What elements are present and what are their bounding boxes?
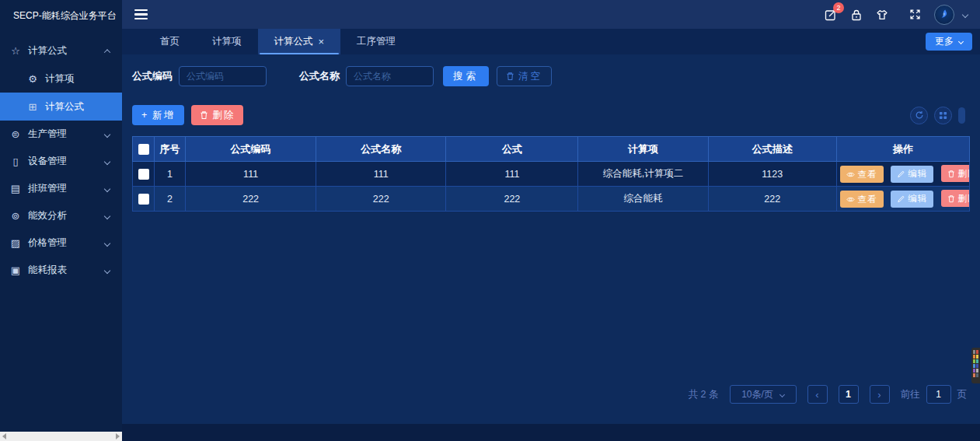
- add-button-label: 新增: [152, 109, 175, 122]
- delete-button-label: 删除: [212, 109, 235, 122]
- table-header-row: 序号 公式编码 公式名称 公式 计算项 公式描述 操作: [133, 137, 970, 162]
- eye-icon: [846, 196, 855, 203]
- gear-icon: ⚙: [26, 73, 39, 85]
- column-header-index: 序号: [155, 137, 186, 162]
- sidebar-item-device[interactable]: ▯ 设备管理: [0, 148, 122, 175]
- cell-item: 综合能耗: [578, 187, 708, 212]
- scrollbar-right-arrow[interactable]: [116, 433, 120, 439]
- grid-icon: ⊞: [26, 101, 39, 113]
- scrollbar-left-arrow[interactable]: [2, 433, 6, 439]
- edit-button-label: 编辑: [908, 193, 927, 205]
- column-header-desc: 公式描述: [708, 137, 836, 162]
- cell-desc: 222: [708, 187, 836, 212]
- tabbar: 首页 计算项 计算公式 × 工序管理 更多: [122, 29, 980, 54]
- sidebar-menu: ☆ 计算公式 ⚙ 计算项 ⊞ 计算公式 ⊜ 生产管理 ▯ 设备管理: [0, 31, 122, 284]
- sidebar-item-calc-item[interactable]: ⚙ 计算项: [0, 65, 122, 93]
- sidebar-item-report[interactable]: ▣ 能耗报表: [0, 257, 122, 284]
- tab-label: 工序管理: [357, 35, 396, 48]
- sidebar-item-calc-formula[interactable]: ⊞ 计算公式: [0, 93, 122, 121]
- edit-button[interactable]: 编辑: [891, 191, 933, 208]
- table-row: 2 222 222 222 综合能耗 222 查看: [133, 187, 970, 212]
- tab-home[interactable]: 首页: [144, 29, 196, 54]
- topbar: 2: [122, 0, 980, 29]
- main-area: 2: [122, 0, 980, 441]
- search-button[interactable]: 搜索: [443, 66, 489, 86]
- price-icon: ▨: [9, 237, 22, 249]
- view-button[interactable]: 查看: [840, 191, 884, 208]
- sidebar-item-label: 生产管理: [28, 128, 67, 141]
- toolbar-scroll-pill: [958, 107, 965, 124]
- total-count-label: 共 2 条: [689, 388, 719, 401]
- chevron-down-icon[interactable]: [962, 11, 968, 17]
- close-icon[interactable]: ×: [319, 37, 325, 47]
- cell-name: 111: [316, 162, 446, 187]
- more-button-label: 更多: [935, 35, 954, 48]
- clear-button[interactable]: 清空: [497, 66, 552, 86]
- clear-trash-icon: [506, 72, 514, 81]
- next-page-button[interactable]: ›: [870, 385, 890, 404]
- trash-icon: [947, 194, 955, 203]
- column-header-item: 计算项: [578, 137, 708, 162]
- formula-name-label: 公式名称: [299, 69, 340, 83]
- sidebar-item-production[interactable]: ⊜ 生产管理: [0, 121, 122, 148]
- tab-label: 计算公式: [274, 35, 313, 48]
- tab-process-mgmt[interactable]: 工序管理: [340, 29, 412, 54]
- select-all-checkbox[interactable]: [138, 144, 149, 155]
- pencil-icon: [897, 170, 905, 178]
- edit-button[interactable]: 编辑: [891, 166, 933, 183]
- sidebar-group-calc-formula[interactable]: ☆ 计算公式: [0, 37, 122, 65]
- sidebar-item-label: 能效分析: [28, 209, 67, 222]
- column-settings-icon[interactable]: [934, 107, 952, 124]
- refresh-icon[interactable]: [910, 107, 928, 124]
- analysis-icon: ⊚: [9, 210, 22, 222]
- cell-index: 1: [155, 162, 186, 187]
- goto-page-input[interactable]: [926, 385, 951, 404]
- row-delete-button[interactable]: 删除: [941, 190, 970, 207]
- current-page[interactable]: 1: [839, 385, 859, 404]
- sidebar-item-label: 排班管理: [28, 182, 67, 195]
- theme-shirt-icon[interactable]: [876, 9, 888, 21]
- tab-calc-formula[interactable]: 计算公式 ×: [258, 29, 341, 54]
- chevron-down-icon: [958, 39, 964, 44]
- more-button[interactable]: 更多: [926, 33, 972, 51]
- message-icon[interactable]: 2: [825, 9, 837, 21]
- row-delete-button-label: 删除: [958, 168, 970, 180]
- cell-index: 2: [155, 187, 186, 212]
- sidebar-item-schedule[interactable]: ▤ 排班管理: [0, 175, 122, 202]
- clear-button-label: 清空: [518, 70, 542, 83]
- tab-label: 计算项: [212, 35, 242, 48]
- page-size-select[interactable]: 10条/页: [730, 385, 797, 404]
- row-checkbox[interactable]: [138, 194, 149, 205]
- theme-palette-widget[interactable]: [971, 348, 980, 383]
- chevron-down-icon: [779, 391, 785, 397]
- formula-name-input[interactable]: [346, 66, 434, 86]
- hamburger-menu-button[interactable]: [134, 7, 148, 22]
- device-icon: ▯: [9, 156, 22, 167]
- table-toolbar: + 新增 删除: [132, 105, 970, 125]
- sidebar: SECP-能耗综合业务平台 ☆ 计算公式 ⚙ 计算项 ⊞ 计算公式 ⊜ 生产管理: [0, 0, 122, 441]
- lock-icon[interactable]: [850, 9, 863, 21]
- app-logo: SECP-能耗综合业务平台: [0, 0, 122, 31]
- view-button-label: 查看: [858, 169, 877, 180]
- sidebar-item-analysis[interactable]: ⊚ 能效分析: [0, 202, 122, 229]
- pagination: 共 2 条 10条/页 ‹ 1 › 前往 页: [132, 385, 970, 404]
- notification-badge: 2: [833, 2, 844, 13]
- sidebar-item-label: 计算项: [45, 72, 75, 86]
- prev-page-button[interactable]: ‹: [807, 385, 828, 404]
- tab-calc-item[interactable]: 计算项: [196, 29, 258, 54]
- search-form: 公式编码 公式名称 搜索 清空: [132, 65, 970, 87]
- tab-label: 首页: [160, 35, 180, 48]
- delete-button[interactable]: 删除: [191, 105, 243, 125]
- column-header-formula: 公式: [446, 137, 578, 162]
- view-button[interactable]: 查看: [840, 166, 884, 183]
- add-button[interactable]: + 新增: [132, 105, 184, 125]
- goto-label: 前往: [901, 388, 920, 401]
- sidebar-item-price[interactable]: ▨ 价格管理: [0, 229, 122, 257]
- row-delete-button[interactable]: 删除: [941, 165, 970, 182]
- formula-code-input[interactable]: [179, 66, 267, 86]
- fullscreen-icon[interactable]: [909, 9, 921, 20]
- chevron-down-icon: [104, 131, 110, 137]
- sidebar-horizontal-scrollbar[interactable]: [0, 432, 122, 441]
- avatar[interactable]: [934, 5, 954, 25]
- row-checkbox[interactable]: [138, 169, 149, 180]
